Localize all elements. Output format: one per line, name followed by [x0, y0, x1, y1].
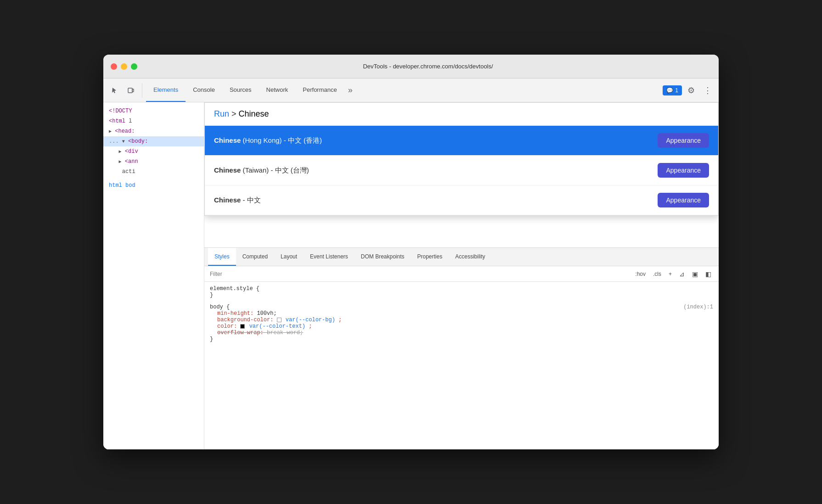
main-content: <!DOCTY <html l ▶ <head: ... ▼ <body: — [103, 102, 719, 449]
right-area: Run > Chinese Chinese (Hong Kong) - 中文 (… — [204, 102, 719, 449]
traffic-lights — [111, 63, 137, 70]
item-text-taiwan: Chinese (Taiwan) - 中文 (台灣) — [214, 166, 309, 175]
svg-rect-0 — [128, 88, 132, 93]
filter-actions: :hov .cls + ⊿ ▣ ◧ — [633, 269, 713, 279]
item-name-bold: Chinese — [214, 136, 241, 144]
color-swatch-white — [277, 318, 282, 322]
filter-input[interactable] — [210, 271, 633, 277]
close-button[interactable] — [111, 63, 117, 70]
hov-button[interactable]: :hov — [633, 270, 647, 278]
css-property-color: color: var(--color-text) ; — [217, 323, 713, 330]
command-query-text: Chinese — [239, 109, 269, 118]
window-title: DevTools - developer.chrome.com/docs/dev… — [145, 63, 711, 70]
item-text-chinese: Chinese - 中文 — [214, 196, 261, 205]
dom-line[interactable]: ... ▼ <body: — [103, 136, 204, 146]
dom-line: <!DOCTY — [103, 106, 204, 116]
subtab-event-listeners[interactable]: Event Listeners — [304, 248, 355, 266]
dom-panel: <!DOCTY <html l ▶ <head: ... ▼ <body: — [103, 102, 204, 449]
more-options-button[interactable]: ⋮ — [700, 83, 715, 98]
main-tabs: Elements Console Sources Network Perform… — [146, 78, 663, 102]
appearance-button-hong-kong[interactable]: Appearance — [658, 133, 709, 148]
devtools-window: DevTools - developer.chrome.com/docs/dev… — [103, 55, 719, 449]
appearance-button-chinese[interactable]: Appearance — [658, 193, 709, 207]
tab-elements[interactable]: Elements — [146, 78, 186, 102]
styles-panel: Styles Computed Layout Event Listeners D — [204, 247, 719, 449]
css-property-overflow-wrap: overflow-wrap: break-word; — [217, 330, 713, 336]
svg-rect-1 — [132, 89, 134, 92]
dom-line[interactable]: ▶ <div — [103, 146, 204, 157]
devtools-panel: Elements Console Sources Network Perform… — [103, 78, 719, 449]
toolbar-right: 💬 1 ⚙ ⋮ — [663, 83, 715, 98]
body-rule: body { (index):1 min-height: 100vh; back… — [210, 304, 713, 342]
filter-bar: :hov .cls + ⊿ ▣ ◧ — [204, 266, 719, 282]
dom-line[interactable]: ▶ <head: — [103, 126, 204, 136]
element-style-rule: element.style { } — [210, 286, 713, 298]
css-close-brace-body: } — [210, 336, 713, 342]
dropdown-item-taiwan[interactable]: Chinese (Taiwan) - 中文 (台灣) Appearance — [205, 156, 718, 185]
item-name-rest: (Hong Kong) - 中文 (香港) — [243, 136, 322, 144]
subtab-layout[interactable]: Layout — [274, 248, 304, 266]
sidebar-icon[interactable]: ▣ — [690, 269, 700, 279]
command-query: > — [231, 109, 236, 118]
appearance-button-taiwan[interactable]: Appearance — [658, 163, 709, 178]
css-var-text: var(--color-text) — [249, 323, 305, 330]
color-swatch-black — [240, 324, 245, 329]
css-source-link[interactable]: (index):1 — [683, 304, 713, 310]
settings-button[interactable]: ⚙ — [684, 83, 698, 98]
item-text-hong-kong: Chinese (Hong Kong) - 中文 (香港) — [214, 136, 322, 145]
subtab-dom-breakpoints[interactable]: DOM Breakpoints — [355, 248, 411, 266]
tab-network[interactable]: Network — [259, 78, 296, 102]
layout-icon[interactable]: ◧ — [704, 269, 713, 279]
minimize-button[interactable] — [121, 63, 127, 70]
more-tabs-button[interactable]: » — [344, 78, 356, 102]
command-dropdown: Run > Chinese Chinese (Hong Kong) - 中文 (… — [204, 102, 719, 216]
dropdown-item-hong-kong[interactable]: Chinese (Hong Kong) - 中文 (香港) Appearance — [205, 126, 718, 156]
item-name-rest: - 中文 — [243, 196, 261, 204]
adjust-icon[interactable]: ⊿ — [677, 269, 687, 279]
item-name-rest: (Taiwan) - 中文 (台灣) — [243, 166, 309, 174]
css-panel: element.style { } body { (index):1 min-h… — [204, 282, 719, 449]
toolbar: Elements Console Sources Network Perform… — [103, 78, 719, 102]
command-header: Run > Chinese — [205, 103, 718, 126]
dom-line: acti — [103, 167, 204, 177]
run-label: Run — [214, 109, 229, 118]
feedback-button[interactable]: 💬 1 — [663, 85, 682, 95]
css-close-brace: } — [210, 292, 713, 298]
plus-button[interactable]: + — [667, 270, 674, 278]
dom-line[interactable]: ▶ <ann — [103, 157, 204, 167]
dom-line[interactable]: <html l — [103, 116, 204, 126]
tab-console[interactable]: Console — [186, 78, 222, 102]
subtab-styles[interactable]: Styles — [208, 248, 236, 266]
css-selector: element.style { — [210, 286, 713, 292]
css-var-bg: var(--color-bg) — [286, 317, 335, 323]
breadcrumb-body[interactable]: bod — [125, 182, 135, 189]
breadcrumb-html[interactable]: html — [109, 182, 122, 189]
tab-performance[interactable]: Performance — [295, 78, 344, 102]
title-bar: DevTools - developer.chrome.com/docs/dev… — [103, 55, 719, 78]
device-icon[interactable] — [124, 83, 138, 98]
cursor-icon[interactable] — [107, 83, 122, 98]
cls-button[interactable]: .cls — [651, 270, 663, 278]
subtabs: Styles Computed Layout Event Listeners D — [204, 248, 719, 266]
item-name-bold: Chinese — [214, 196, 241, 204]
css-property-bg-color: background-color: var(--color-bg) ; — [217, 317, 713, 323]
item-name-bold: Chinese — [214, 166, 241, 174]
subtab-computed[interactable]: Computed — [236, 248, 274, 266]
css-property-min-height: min-height: 100vh; — [217, 310, 713, 317]
tab-sources[interactable]: Sources — [222, 78, 259, 102]
css-body-selector: body { — [210, 304, 230, 310]
subtab-accessibility[interactable]: Accessibility — [449, 248, 491, 266]
subtab-properties[interactable]: Properties — [411, 248, 449, 266]
toolbar-icons — [107, 83, 142, 98]
maximize-button[interactable] — [131, 63, 137, 70]
dropdown-item-chinese[interactable]: Chinese - 中文 Appearance — [205, 185, 718, 215]
